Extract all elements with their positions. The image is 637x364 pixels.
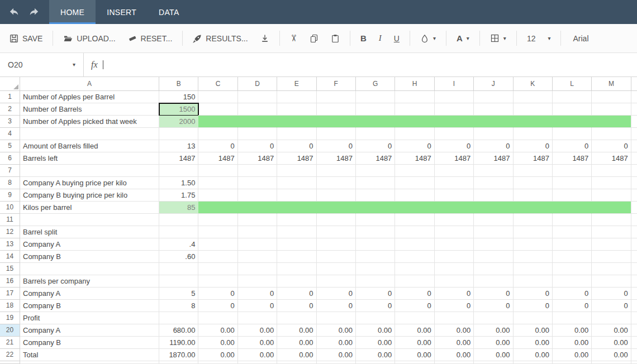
- cell-H9[interactable]: [395, 189, 434, 202]
- cell-A4[interactable]: [20, 128, 159, 140]
- cell-C18[interactable]: 0: [198, 300, 237, 312]
- cell-J5[interactable]: 0: [474, 140, 513, 152]
- cell-J12[interactable]: [474, 226, 513, 238]
- cell-M1[interactable]: [592, 91, 631, 103]
- row-header-16[interactable]: 16: [0, 275, 20, 288]
- cell-H13[interactable]: [395, 238, 434, 251]
- cell-G20[interactable]: 0.00: [356, 324, 395, 337]
- cell-F17[interactable]: 0: [317, 288, 356, 300]
- italic-button[interactable]: I: [373, 30, 388, 47]
- column-header-H[interactable]: H: [395, 77, 434, 91]
- cell-D9[interactable]: [238, 189, 277, 202]
- cell-C9[interactable]: [198, 189, 237, 202]
- cell-B10[interactable]: 85: [159, 202, 198, 214]
- cell-E2[interactable]: [277, 103, 316, 116]
- cell-K2[interactable]: [514, 103, 553, 116]
- row-header-9[interactable]: 9: [0, 189, 20, 202]
- cell-I5[interactable]: 0: [435, 140, 474, 152]
- cell-F10[interactable]: [317, 202, 356, 214]
- cell-K13[interactable]: [514, 238, 553, 251]
- cell-A18[interactable]: Company B: [20, 300, 159, 312]
- cell-E20[interactable]: 0.00: [277, 324, 316, 337]
- cell-A8[interactable]: Company A buying price per kilo: [20, 177, 159, 189]
- cell-L20[interactable]: 0.00: [553, 324, 592, 337]
- cell-I14[interactable]: [435, 251, 474, 263]
- underline-button[interactable]: U: [388, 30, 406, 47]
- cell-K17[interactable]: 0: [514, 288, 553, 300]
- cell-M22[interactable]: 0.00: [592, 349, 631, 361]
- cell-D16[interactable]: [238, 275, 277, 288]
- cell-F9[interactable]: [317, 189, 356, 202]
- cell-F20[interactable]: 0.00: [317, 324, 356, 337]
- cell-A7[interactable]: [20, 165, 159, 177]
- cell-I15[interactable]: [435, 263, 474, 275]
- cell-B1[interactable]: 150: [159, 91, 198, 103]
- cell-J3[interactable]: [474, 116, 513, 128]
- cell-E5[interactable]: 0: [277, 140, 316, 152]
- cell-I10[interactable]: [435, 202, 474, 214]
- cell-J8[interactable]: [474, 177, 513, 189]
- cell-G5[interactable]: 0: [356, 140, 395, 152]
- cell-H7[interactable]: [395, 165, 434, 177]
- cell-C8[interactable]: [198, 177, 237, 189]
- cell-L8[interactable]: [553, 177, 592, 189]
- cell-C22[interactable]: 0.00: [198, 349, 237, 361]
- cell-M18[interactable]: 0: [592, 300, 631, 312]
- caret-down-icon[interactable]: ▾: [73, 62, 75, 68]
- font-family-button[interactable]: Arial: [565, 30, 595, 47]
- cell-J21[interactable]: 0.00: [474, 337, 513, 349]
- cell-H5[interactable]: 0: [395, 140, 434, 152]
- cell-L2[interactable]: [553, 103, 592, 116]
- cell-D10[interactable]: [238, 202, 277, 214]
- cell-K18[interactable]: 0: [514, 300, 553, 312]
- tab-home[interactable]: HOME: [49, 0, 96, 24]
- cell-I17[interactable]: 0: [435, 288, 474, 300]
- cell-K8[interactable]: [514, 177, 553, 189]
- cell-L15[interactable]: [553, 263, 592, 275]
- cell-E12[interactable]: [277, 226, 316, 238]
- cell-E17[interactable]: 0: [277, 288, 316, 300]
- cell-J16[interactable]: [474, 275, 513, 288]
- cell-M14[interactable]: [592, 251, 631, 263]
- cell-C4[interactable]: [198, 128, 237, 140]
- cell-C10[interactable]: [198, 202, 237, 214]
- cell-M6[interactable]: 1487: [592, 152, 631, 165]
- cell-C7[interactable]: [198, 165, 237, 177]
- cell-H14[interactable]: [395, 251, 434, 263]
- cell-B2[interactable]: 1500: [159, 103, 198, 116]
- cell-C13[interactable]: [198, 238, 237, 251]
- cell-D18[interactable]: 0: [238, 300, 277, 312]
- cell-G4[interactable]: [356, 128, 395, 140]
- cell-F3[interactable]: [317, 116, 356, 128]
- cell-L13[interactable]: [553, 238, 592, 251]
- cell-D5[interactable]: 0: [238, 140, 277, 152]
- cell-L9[interactable]: [553, 189, 592, 202]
- cell-G2[interactable]: [356, 103, 395, 116]
- cell-L22[interactable]: 0.00: [553, 349, 592, 361]
- cell-B19[interactable]: [159, 312, 198, 324]
- column-header-M[interactable]: M: [592, 77, 631, 91]
- cell-B3[interactable]: 2000: [159, 116, 198, 128]
- cell-K6[interactable]: 1487: [514, 152, 553, 165]
- cell-I20[interactable]: 0.00: [435, 324, 474, 337]
- cell-J22[interactable]: 0.00: [474, 349, 513, 361]
- row-header-2[interactable]: 2: [0, 103, 20, 116]
- cell-G6[interactable]: 1487: [356, 152, 395, 165]
- cell-C2[interactable]: [198, 103, 237, 116]
- cell-I1[interactable]: [435, 91, 474, 103]
- cell-A5[interactable]: Amount of Barrels filled: [20, 140, 159, 152]
- tab-data[interactable]: DATA: [148, 0, 190, 24]
- row-header-19[interactable]: 19: [0, 312, 20, 324]
- cell-L1[interactable]: [553, 91, 592, 103]
- cell-D11[interactable]: [238, 214, 277, 226]
- row-header-1[interactable]: 1: [0, 91, 20, 103]
- cell-F21[interactable]: 0.00: [317, 337, 356, 349]
- cell-G10[interactable]: [356, 202, 395, 214]
- cell-F18[interactable]: 0: [317, 300, 356, 312]
- cell-A6[interactable]: Barrels left: [20, 152, 159, 165]
- cell-J4[interactable]: [474, 128, 513, 140]
- cell-A1[interactable]: Number of Apples per Barrel: [20, 91, 159, 103]
- row-header-21[interactable]: 21: [0, 337, 20, 349]
- cell-H6[interactable]: 1487: [395, 152, 434, 165]
- cell-A15[interactable]: [20, 263, 159, 275]
